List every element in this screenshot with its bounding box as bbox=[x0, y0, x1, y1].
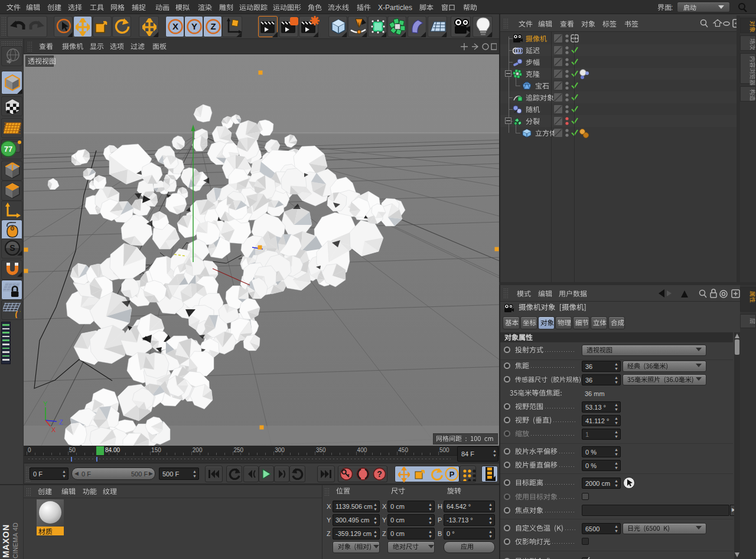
svg-text:77: 77 bbox=[4, 145, 12, 153]
svg-text:?: ? bbox=[377, 469, 382, 479]
svg-text:X: X bbox=[172, 21, 178, 31]
svg-text:Y: Y bbox=[191, 21, 197, 31]
svg-text:( ): ( ) bbox=[15, 310, 21, 318]
svg-text:P: P bbox=[449, 470, 455, 479]
svg-text:Z: Z bbox=[59, 419, 63, 426]
svg-text:Y: Y bbox=[43, 400, 48, 407]
svg-text:S: S bbox=[9, 243, 15, 253]
svg-text:X: X bbox=[51, 426, 56, 433]
svg-text:Z: Z bbox=[210, 21, 216, 31]
